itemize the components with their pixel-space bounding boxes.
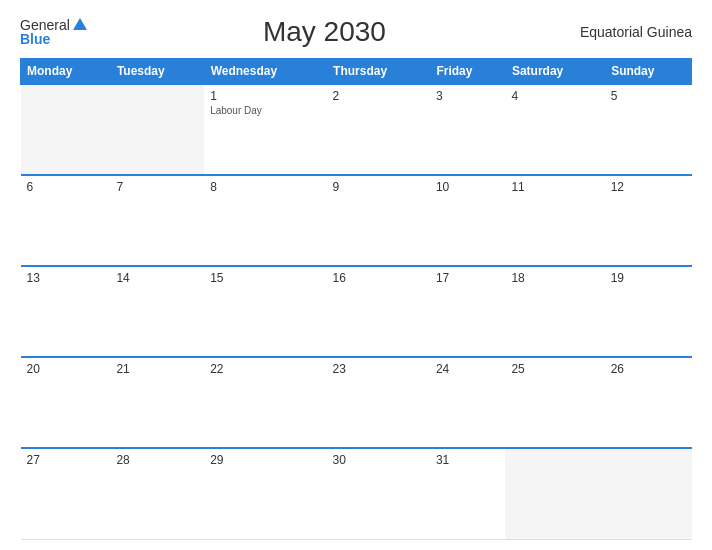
- calendar-cell: 1Labour Day: [204, 84, 326, 175]
- day-number: 25: [511, 362, 524, 376]
- day-number: 12: [611, 180, 624, 194]
- logo-blue-text: Blue: [20, 32, 50, 46]
- weekday-header-row: MondayTuesdayWednesdayThursdayFridaySatu…: [21, 59, 692, 85]
- day-number: 16: [333, 271, 346, 285]
- calendar-cell: 22: [204, 357, 326, 448]
- day-number: 26: [611, 362, 624, 376]
- weekday-header-monday: Monday: [21, 59, 111, 85]
- weekday-header-thursday: Thursday: [327, 59, 430, 85]
- day-number: 29: [210, 453, 223, 467]
- day-number: 21: [116, 362, 129, 376]
- calendar-cell: 18: [505, 266, 604, 357]
- calendar-page: General Blue May 2030 Equatorial Guinea …: [0, 0, 712, 550]
- day-number: 27: [27, 453, 40, 467]
- calendar-cell: 5: [605, 84, 692, 175]
- day-number: 11: [511, 180, 524, 194]
- day-number: 13: [27, 271, 40, 285]
- calendar-cell: [605, 448, 692, 539]
- day-number: 4: [511, 89, 518, 103]
- day-number: 30: [333, 453, 346, 467]
- calendar-cell: [21, 84, 111, 175]
- weekday-header-sunday: Sunday: [605, 59, 692, 85]
- day-number: 19: [611, 271, 624, 285]
- calendar-table: MondayTuesdayWednesdayThursdayFridaySatu…: [20, 58, 692, 540]
- calendar-title: May 2030: [87, 16, 562, 48]
- weekday-header-saturday: Saturday: [505, 59, 604, 85]
- day-number: 20: [27, 362, 40, 376]
- calendar-week-row: 1Labour Day2345: [21, 84, 692, 175]
- calendar-cell: 12: [605, 175, 692, 266]
- calendar-week-row: 6789101112: [21, 175, 692, 266]
- calendar-cell: 4: [505, 84, 604, 175]
- calendar-cell: 8: [204, 175, 326, 266]
- calendar-cell: 30: [327, 448, 430, 539]
- calendar-cell: 26: [605, 357, 692, 448]
- logo-general-text: General: [20, 18, 70, 32]
- day-number: 28: [116, 453, 129, 467]
- calendar-cell: 31: [430, 448, 506, 539]
- calendar-week-row: 2728293031: [21, 448, 692, 539]
- day-number: 31: [436, 453, 449, 467]
- day-event: Labour Day: [210, 105, 320, 116]
- day-number: 3: [436, 89, 443, 103]
- weekday-header-wednesday: Wednesday: [204, 59, 326, 85]
- calendar-cell: [505, 448, 604, 539]
- calendar-cell: 17: [430, 266, 506, 357]
- calendar-cell: 11: [505, 175, 604, 266]
- calendar-cell: 28: [110, 448, 204, 539]
- weekday-header-tuesday: Tuesday: [110, 59, 204, 85]
- calendar-cell: 9: [327, 175, 430, 266]
- day-number: 5: [611, 89, 618, 103]
- calendar-cell: 14: [110, 266, 204, 357]
- calendar-cell: 27: [21, 448, 111, 539]
- calendar-cell: 13: [21, 266, 111, 357]
- day-number: 2: [333, 89, 340, 103]
- calendar-cell: 29: [204, 448, 326, 539]
- calendar-cell: 25: [505, 357, 604, 448]
- country-name: Equatorial Guinea: [562, 24, 692, 40]
- day-number: 22: [210, 362, 223, 376]
- day-number: 15: [210, 271, 223, 285]
- day-number: 14: [116, 271, 129, 285]
- day-number: 8: [210, 180, 217, 194]
- calendar-cell: 21: [110, 357, 204, 448]
- calendar-cell: 23: [327, 357, 430, 448]
- calendar-week-row: 20212223242526: [21, 357, 692, 448]
- day-number: 18: [511, 271, 524, 285]
- logo: General Blue: [20, 18, 87, 46]
- calendar-cell: 3: [430, 84, 506, 175]
- calendar-cell: 2: [327, 84, 430, 175]
- day-number: 9: [333, 180, 340, 194]
- day-number: 10: [436, 180, 449, 194]
- calendar-cell: 20: [21, 357, 111, 448]
- calendar-cell: 19: [605, 266, 692, 357]
- calendar-cell: 16: [327, 266, 430, 357]
- calendar-week-row: 13141516171819: [21, 266, 692, 357]
- logo-triangle-icon: [73, 18, 87, 30]
- calendar-header: MondayTuesdayWednesdayThursdayFridaySatu…: [21, 59, 692, 85]
- calendar-cell: 7: [110, 175, 204, 266]
- day-number: 7: [116, 180, 123, 194]
- day-number: 1: [210, 89, 217, 103]
- day-number: 23: [333, 362, 346, 376]
- weekday-header-friday: Friday: [430, 59, 506, 85]
- calendar-cell: 10: [430, 175, 506, 266]
- calendar-cell: 6: [21, 175, 111, 266]
- calendar-cell: 15: [204, 266, 326, 357]
- calendar-cell: 24: [430, 357, 506, 448]
- day-number: 17: [436, 271, 449, 285]
- day-number: 24: [436, 362, 449, 376]
- day-number: 6: [27, 180, 34, 194]
- calendar-cell: [110, 84, 204, 175]
- calendar-body: 1Labour Day23456789101112131415161718192…: [21, 84, 692, 540]
- header: General Blue May 2030 Equatorial Guinea: [20, 16, 692, 48]
